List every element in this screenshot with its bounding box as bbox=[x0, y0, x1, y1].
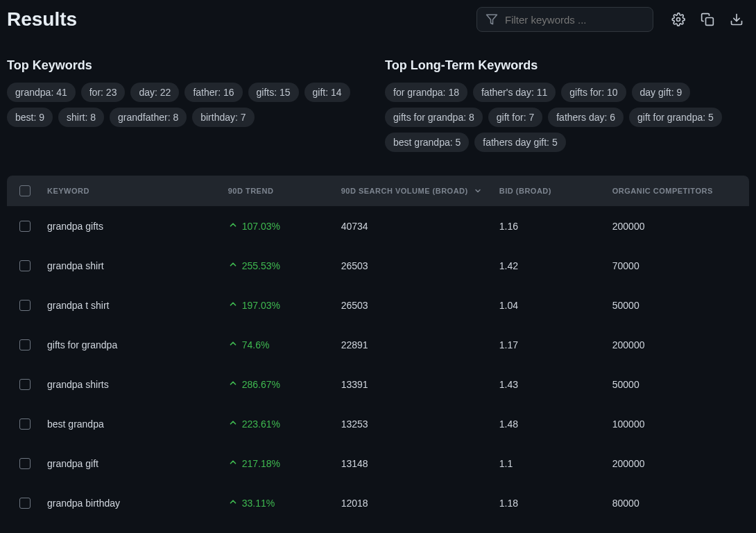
cell-bid: 1.1 bbox=[499, 458, 612, 469]
row-checkbox[interactable] bbox=[19, 339, 31, 350]
chevron-up-icon bbox=[228, 457, 238, 469]
keyword-pill[interactable]: shirt: 8 bbox=[58, 108, 104, 127]
cell-organic: 200000 bbox=[612, 339, 737, 350]
keyword-pill[interactable]: fathers day: 6 bbox=[548, 108, 624, 127]
cell-volume: 13253 bbox=[341, 418, 499, 430]
table-row: best grandpa223.61%132531.48100000 bbox=[7, 404, 749, 443]
cell-trend: 255.53% bbox=[228, 260, 280, 271]
keyword-pill[interactable]: gift: 14 bbox=[304, 83, 350, 102]
download-button[interactable] bbox=[724, 7, 749, 32]
cell-keyword: grandpa shirts bbox=[47, 379, 228, 390]
keyword-pill[interactable]: gifts: 15 bbox=[248, 83, 299, 102]
cell-volume: 22891 bbox=[341, 339, 499, 350]
col-keyword-header[interactable]: KEYWORD bbox=[47, 187, 228, 195]
table-row: grandpa gifts107.03%407341.16200000 bbox=[7, 206, 749, 246]
cell-keyword: grandpa shirt bbox=[47, 260, 228, 271]
top-longterm-pills: for grandpa: 18father's day: 11gifts for… bbox=[385, 83, 749, 152]
row-checkbox[interactable] bbox=[19, 221, 31, 232]
keyword-pill[interactable]: father's day: 11 bbox=[473, 83, 556, 102]
col-trend-header[interactable]: 90D TREND bbox=[228, 187, 341, 195]
cell-organic: 200000 bbox=[612, 458, 737, 469]
search-input-container[interactable] bbox=[476, 7, 653, 32]
copy-button[interactable] bbox=[695, 7, 720, 32]
cell-organic: 50000 bbox=[612, 379, 737, 390]
row-checkbox[interactable] bbox=[19, 300, 31, 311]
table-row: grandpa birthday33.11%120181.1880000 bbox=[7, 483, 749, 523]
cell-keyword: best grandpa bbox=[47, 418, 228, 430]
keyword-pill[interactable]: best: 9 bbox=[7, 108, 53, 127]
cell-trend: 217.18% bbox=[228, 457, 280, 469]
cell-organic: 50000 bbox=[612, 300, 737, 311]
keyword-pill[interactable]: best grandpa: 5 bbox=[385, 133, 469, 152]
chevron-up-icon bbox=[228, 339, 238, 350]
col-organic-header[interactable]: ORGANIC COMPETITORS bbox=[612, 187, 737, 195]
top-keywords-section: Top Keywords grandpa: 41for: 23day: 22fa… bbox=[7, 58, 371, 152]
keyword-pill[interactable]: gifts for: 10 bbox=[561, 83, 626, 102]
row-checkbox[interactable] bbox=[19, 498, 31, 509]
table-body: grandpa gifts107.03%407341.16200000grand… bbox=[7, 206, 749, 523]
col-volume-header[interactable]: 90D SEARCH VOLUME (BROAD) bbox=[341, 187, 499, 195]
cell-bid: 1.42 bbox=[499, 260, 612, 271]
table-row: grandpa gift217.18%131481.1200000 bbox=[7, 443, 749, 483]
cell-trend: 286.67% bbox=[228, 378, 280, 390]
keyword-pill[interactable]: birthday: 7 bbox=[192, 108, 254, 127]
cell-organic: 80000 bbox=[612, 498, 737, 509]
row-checkbox[interactable] bbox=[19, 260, 31, 271]
keyword-pill[interactable]: grandpa: 41 bbox=[7, 83, 76, 102]
cell-keyword: grandpa gift bbox=[47, 458, 228, 469]
chevron-up-icon bbox=[228, 260, 238, 271]
filter-icon bbox=[486, 13, 498, 26]
keyword-pill[interactable]: gift for: 7 bbox=[488, 108, 542, 127]
cell-bid: 1.18 bbox=[499, 498, 612, 509]
gear-icon bbox=[671, 12, 685, 26]
keyword-pill[interactable]: fathers day gift: 5 bbox=[474, 133, 565, 152]
cell-bid: 1.43 bbox=[499, 379, 612, 390]
chevron-up-icon bbox=[228, 418, 238, 430]
copy-icon bbox=[701, 12, 714, 26]
cell-bid: 1.04 bbox=[499, 300, 612, 311]
header: Results bbox=[0, 0, 756, 37]
cell-volume: 12018 bbox=[341, 498, 499, 509]
keyword-sections: Top Keywords grandpa: 41for: 23day: 22fa… bbox=[0, 37, 756, 159]
cell-bid: 1.16 bbox=[499, 221, 612, 232]
search-input[interactable] bbox=[505, 14, 644, 26]
cell-organic: 200000 bbox=[612, 221, 737, 232]
cell-keyword: gifts for grandpa bbox=[47, 339, 228, 350]
download-icon bbox=[730, 12, 744, 26]
cell-bid: 1.48 bbox=[499, 418, 612, 430]
top-keywords-title: Top Keywords bbox=[7, 58, 371, 73]
keyword-pill[interactable]: gifts for grandpa: 8 bbox=[385, 108, 483, 127]
cell-keyword: grandpa t shirt bbox=[47, 300, 228, 311]
cell-volume: 13391 bbox=[341, 379, 499, 390]
select-all-checkbox[interactable] bbox=[19, 185, 31, 196]
cell-bid: 1.17 bbox=[499, 339, 612, 350]
table-row: grandpa t shirt197.03%265031.0450000 bbox=[7, 285, 749, 325]
col-bid-header[interactable]: BID (BROAD) bbox=[499, 187, 612, 195]
keyword-pill[interactable]: for grandpa: 18 bbox=[385, 83, 467, 102]
top-longterm-title: Top Long-Term Keywords bbox=[385, 58, 749, 73]
cell-volume: 26503 bbox=[341, 300, 499, 311]
top-longterm-section: Top Long-Term Keywords for grandpa: 18fa… bbox=[385, 58, 749, 152]
keyword-pill[interactable]: day gift: 9 bbox=[632, 83, 691, 102]
col-volume-label: 90D SEARCH VOLUME (BROAD) bbox=[341, 187, 468, 195]
row-checkbox[interactable] bbox=[19, 458, 31, 469]
keyword-pill[interactable]: for: 23 bbox=[81, 83, 126, 102]
table-row: grandpa shirt255.53%265031.4270000 bbox=[7, 246, 749, 285]
svg-point-1 bbox=[677, 18, 680, 22]
top-keywords-pills: grandpa: 41for: 23day: 22father: 16gifts… bbox=[7, 83, 371, 127]
row-checkbox[interactable] bbox=[19, 379, 31, 390]
cell-volume: 26503 bbox=[341, 260, 499, 271]
chevron-up-icon bbox=[228, 378, 238, 390]
settings-button[interactable] bbox=[666, 7, 691, 32]
cell-trend: 107.03% bbox=[228, 220, 280, 232]
keyword-pill[interactable]: day: 22 bbox=[130, 83, 179, 102]
keyword-pill[interactable]: gift for grandpa: 5 bbox=[629, 108, 722, 127]
keyword-pill[interactable]: grandfather: 8 bbox=[110, 108, 187, 127]
row-checkbox[interactable] bbox=[19, 418, 31, 430]
cell-volume: 40734 bbox=[341, 221, 499, 232]
chevron-up-icon bbox=[228, 220, 238, 232]
cell-trend: 223.61% bbox=[228, 418, 280, 430]
cell-keyword: grandpa birthday bbox=[47, 498, 228, 509]
cell-organic: 100000 bbox=[612, 418, 737, 430]
keyword-pill[interactable]: father: 16 bbox=[184, 83, 242, 102]
